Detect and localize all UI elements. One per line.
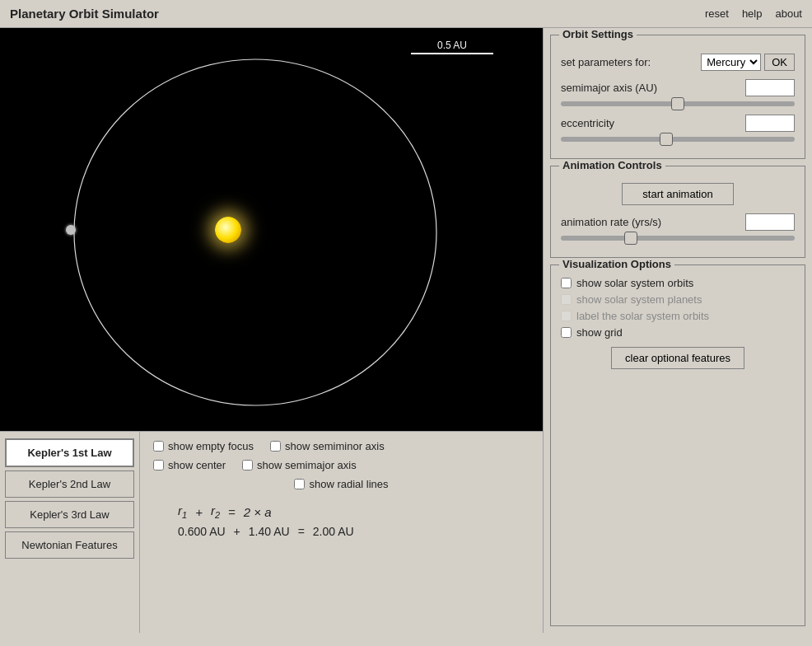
eccentricity-slider-thumb[interactable] (660, 133, 673, 146)
visualization-options-panel: Visualization Options show solar system … (550, 264, 805, 626)
value-r2: 1.40 AU (249, 525, 290, 538)
right-panel: Orbit Settings set parameters for: Mercu… (544, 28, 812, 633)
help-link[interactable]: help (742, 7, 763, 20)
animation-rate-row: animation rate (yrs/s) 0.20 (561, 213, 795, 231)
show-grid-row: show grid (561, 326, 795, 339)
law-tabs: Kepler's 1st Law Kepler's 2nd Law Kepler… (0, 432, 140, 633)
about-link[interactable]: about (775, 7, 802, 20)
show-solar-planets-checkbox[interactable] (561, 294, 572, 305)
show-semimajor-axis-item[interactable]: show semimajor axis (242, 459, 357, 471)
animation-rate-slider-track[interactable] (561, 236, 795, 241)
show-grid-checkbox[interactable] (561, 327, 572, 338)
eccentricity-slider-container (561, 137, 795, 142)
value-plus: + (234, 525, 240, 538)
animation-controls-title: Animation Controls (559, 159, 665, 171)
planet (66, 225, 76, 235)
label-solar-orbits-row: label the solar system orbits (561, 310, 795, 322)
show-empty-focus-label: show empty focus (168, 440, 254, 452)
clear-optional-features-button[interactable]: clear optional features (611, 347, 744, 369)
animation-rate-label: animation rate (yrs/s) (561, 216, 745, 228)
animation-rate-slider-container (561, 236, 795, 241)
semimajor-slider-thumb[interactable] (671, 97, 684, 110)
left-panel: 0.5 AU Kepler's 1st Law Kepler's 2nd Law… (0, 28, 544, 633)
formula-display: r1 + r2 = 2 × a (153, 503, 530, 520)
viz-options-title: Visualization Options (559, 258, 674, 270)
semimajor-slider-container (561, 101, 795, 106)
show-empty-focus-item[interactable]: show empty focus (153, 440, 254, 452)
show-solar-orbits-checkbox[interactable] (561, 278, 572, 288)
main-layout: 0.5 AU Kepler's 1st Law Kepler's 2nd Law… (0, 28, 812, 633)
orbit-settings-title: Orbit Settings (559, 28, 637, 40)
sun (215, 217, 241, 243)
app-title: Planetary Orbit Simulator (10, 7, 159, 21)
formula-r2: r2 (211, 503, 220, 520)
formula-r1: r1 (178, 503, 187, 520)
semimajor-axis-input[interactable]: 1.00 (745, 79, 795, 96)
reset-link[interactable]: reset (705, 7, 729, 20)
set-params-label: set parameters for: (561, 56, 701, 68)
show-radial-lines-item[interactable]: show radial lines (294, 478, 388, 490)
formula-plus: + (195, 505, 203, 519)
show-semiminor-axis-item[interactable]: show semiminor axis (270, 440, 385, 452)
checkbox-row-2: show center show semimajor axis (153, 459, 530, 471)
eccentricity-slider-track[interactable] (561, 137, 795, 142)
ok-button[interactable]: OK (764, 54, 795, 71)
formula-eq: = (228, 505, 236, 519)
show-center-item[interactable]: show center (153, 459, 226, 471)
planet-select[interactable]: Mercury (701, 54, 761, 71)
tab-kepler2[interactable]: Kepler's 2nd Law (5, 470, 134, 498)
semimajor-axis-row: semimajor axis (AU) 1.00 (561, 79, 795, 96)
animation-rate-input[interactable]: 0.20 (745, 213, 795, 231)
law-content: show empty focus show semiminor axis sho… (140, 432, 543, 633)
show-semiminor-axis-checkbox[interactable] (270, 441, 281, 452)
show-center-label: show center (168, 459, 226, 471)
tab-newtonian[interactable]: Newtonian Features (5, 531, 134, 559)
show-empty-focus-checkbox[interactable] (153, 441, 164, 452)
value-r1: 0.600 AU (178, 525, 226, 538)
tab-kepler1[interactable]: Kepler's 1st Law (5, 438, 134, 467)
show-radial-lines-label: show radial lines (309, 478, 388, 490)
show-center-checkbox[interactable] (153, 460, 164, 470)
show-solar-planets-label: show solar system planets (576, 293, 702, 306)
show-grid-label: show grid (576, 326, 623, 339)
label-solar-orbits-checkbox[interactable] (561, 311, 572, 321)
show-semiminor-axis-label: show semiminor axis (285, 440, 385, 452)
show-solar-orbits-row: show solar system orbits (561, 277, 795, 289)
formula-rhs: 2 × a (244, 505, 272, 519)
show-semimajor-axis-checkbox[interactable] (242, 460, 253, 470)
label-solar-orbits-label: label the solar system orbits (576, 310, 709, 322)
eccentricity-row: eccentricity 0.400 (561, 115, 795, 132)
animation-controls-panel: Animation Controls start animation anima… (550, 166, 805, 258)
set-params-row: set parameters for: Mercury OK (561, 54, 795, 71)
tab-kepler3[interactable]: Kepler's 3rd Law (5, 501, 134, 528)
orbit-settings-panel: Orbit Settings set parameters for: Mercu… (550, 35, 805, 159)
value-eq: = (298, 525, 305, 538)
top-nav: reset help about (705, 7, 802, 20)
semimajor-slider-track[interactable] (561, 101, 795, 106)
formula-values: 0.600 AU + 1.40 AU = 2.00 AU (153, 525, 530, 538)
semimajor-axis-label: semimajor axis (AU) (561, 82, 745, 94)
checkbox-row-3: show radial lines (153, 478, 530, 490)
animation-rate-slider-thumb[interactable] (624, 232, 637, 245)
canvas-area: 0.5 AU (0, 28, 543, 432)
show-solar-orbits-label: show solar system orbits (576, 277, 693, 289)
start-animation-button[interactable]: start animation (622, 183, 733, 205)
show-solar-planets-row: show solar system planets (561, 293, 795, 306)
bottom-panel: Kepler's 1st Law Kepler's 2nd Law Kepler… (0, 432, 543, 633)
eccentricity-input[interactable]: 0.400 (745, 115, 795, 132)
top-bar: Planetary Orbit Simulator reset help abo… (0, 0, 812, 28)
orbit-svg (0, 28, 543, 431)
eccentricity-label: eccentricity (561, 117, 745, 129)
checkbox-row-1: show empty focus show semiminor axis (153, 440, 530, 452)
value-rhs: 2.00 AU (313, 525, 354, 538)
svg-point-0 (74, 59, 436, 405)
show-semimajor-axis-label: show semimajor axis (257, 459, 357, 471)
show-radial-lines-checkbox[interactable] (294, 479, 305, 489)
